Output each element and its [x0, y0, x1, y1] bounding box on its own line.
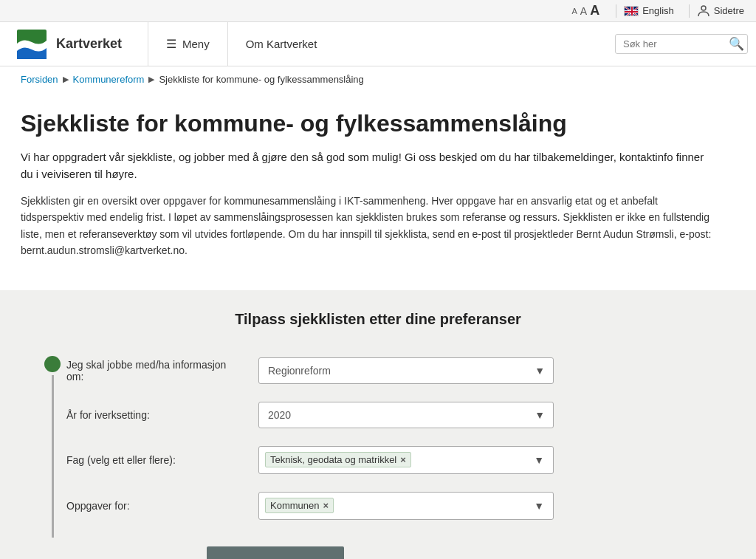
- tag-fag-1: Teknisk, geodata og matrikkel ×: [265, 452, 411, 467]
- filter-label-fag: Fag (velg ett eller flere):: [66, 454, 244, 466]
- filter-select-wrapper-info: Regionreform Kommunereform ▼: [258, 357, 554, 384]
- breadcrumb-parent[interactable]: Kommunereform: [73, 74, 145, 85]
- sidetre-label: Sidetre: [714, 5, 744, 16]
- filter-label-info: Jeg skal jobbe med/ha informasjon om:: [66, 359, 244, 383]
- intro-text: Vi har oppgradert vår sjekkliste, og job…: [21, 149, 718, 182]
- timeline-dot: [44, 356, 61, 372]
- chevron-down-icon-fag: ▼: [534, 454, 544, 466]
- timeline-line: [52, 375, 54, 538]
- font-size-med-button[interactable]: A: [580, 5, 587, 17]
- breadcrumb-sep1: ▶: [63, 75, 69, 84]
- chevron-down-icon-oppgaver: ▼: [534, 500, 544, 512]
- page-title: Sjekkliste for kommune- og fylkessammens…: [21, 110, 718, 137]
- about-button[interactable]: Om Kartverket: [227, 22, 335, 66]
- body-text: Sjekklisten gir en oversikt over oppgave…: [21, 193, 718, 259]
- font-size-small-button[interactable]: A: [571, 7, 577, 16]
- menu-button[interactable]: ☰ Meny: [148, 22, 227, 66]
- menu-label: Meny: [182, 38, 210, 50]
- flag-icon: [624, 6, 639, 16]
- filter-row-fag: Fag (velg ett eller flere): Teknisk, geo…: [66, 437, 726, 483]
- filter-label-oppgaver: Oppgaver for:: [66, 500, 244, 512]
- tag-oppgaver-1-remove[interactable]: ×: [323, 500, 329, 511]
- main-header: Kartverket ☰ Meny Om Kartverket 🔍: [0, 22, 756, 66]
- se-sjekkliste-button[interactable]: SE SJEKKLISTE: [207, 546, 344, 559]
- divider2: [689, 4, 690, 18]
- filter-fields: Jeg skal jobbe med/ha informasjon om: Re…: [66, 349, 726, 529]
- filter-section: Tilpass sjekklisten etter dine preferans…: [0, 290, 756, 559]
- tag-fag-1-remove[interactable]: ×: [400, 454, 406, 465]
- filter-row-year: År for iverksetting: 2020 2019 2021 ▼: [66, 393, 726, 437]
- filter-form: Jeg skal jobbe med/ha informasjon om: Re…: [30, 349, 726, 529]
- svg-rect-8: [625, 11, 639, 13]
- filter-tag-select-fag[interactable]: Teknisk, geodata og matrikkel × ▼: [258, 446, 554, 474]
- filter-row-info: Jeg skal jobbe med/ha informasjon om: Re…: [66, 349, 726, 393]
- breadcrumb-sep2: ▶: [148, 75, 154, 84]
- sidetre-button[interactable]: Sidetre: [697, 4, 744, 18]
- language-switcher[interactable]: English: [624, 5, 674, 16]
- hamburger-icon: ☰: [166, 37, 176, 51]
- filter-label-year: År for iverksetting:: [66, 409, 244, 421]
- filter-tag-select-oppgaver[interactable]: Kommunen × ▼: [258, 492, 554, 520]
- top-bar: A A A English Sidet: [0, 0, 756, 22]
- tag-oppgaver-1-label: Kommunen: [270, 500, 319, 511]
- logo-icon: [15, 27, 49, 61]
- person-icon: [697, 4, 710, 18]
- filter-select-year[interactable]: 2020 2019 2021: [258, 402, 554, 428]
- font-size-controls: A A A: [571, 3, 599, 18]
- svg-point-9: [701, 6, 706, 10]
- breadcrumb-current: Sjekkliste for kommune- og fylkessammens…: [159, 74, 363, 85]
- font-size-large-button[interactable]: A: [590, 3, 599, 18]
- breadcrumb-home[interactable]: Forsiden: [21, 74, 58, 85]
- filter-title: Tilpass sjekklisten etter dine preferans…: [30, 311, 726, 328]
- about-label: Om Kartverket: [246, 38, 317, 50]
- filter-timeline: [44, 349, 61, 538]
- lang-label: English: [642, 5, 674, 16]
- breadcrumb: Forsiden ▶ Kommunereform ▶ Sjekkliste fo…: [0, 66, 756, 92]
- filter-select-wrapper-year: 2020 2019 2021 ▼: [258, 402, 554, 428]
- tag-fag-1-label: Teknisk, geodata og matrikkel: [270, 454, 396, 465]
- header-search: 🔍: [615, 34, 756, 54]
- search-input[interactable]: [615, 34, 748, 54]
- filter-row-oppgaver: Oppgaver for: Kommunen × ▼: [66, 483, 726, 529]
- divider: [616, 4, 616, 18]
- header-nav: ☰ Meny Om Kartverket: [148, 22, 334, 66]
- tag-oppgaver-1: Kommunen ×: [265, 498, 334, 513]
- logo-text: Kartverket: [56, 36, 122, 52]
- logo-area[interactable]: Kartverket: [0, 27, 148, 61]
- filter-select-info[interactable]: Regionreform Kommunereform: [258, 357, 554, 384]
- page-content: Sjekkliste for kommune- og fylkessammens…: [0, 92, 738, 283]
- search-button[interactable]: 🔍: [729, 36, 744, 52]
